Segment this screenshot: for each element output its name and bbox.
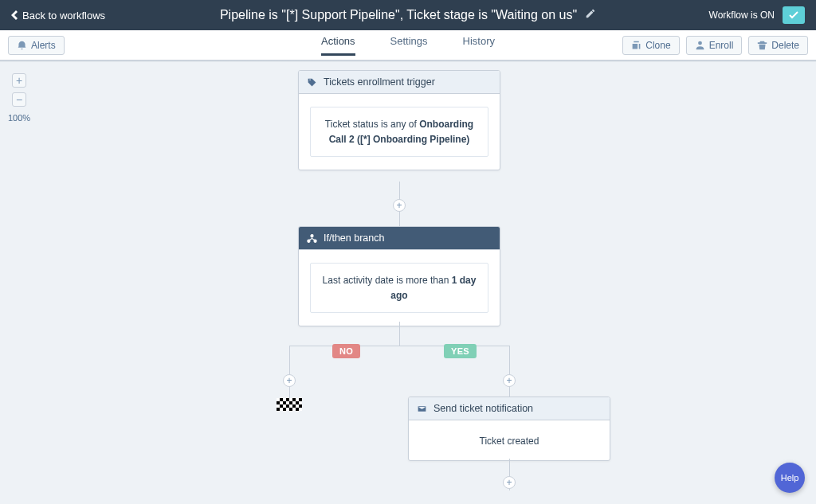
delete-label: Delete — [771, 40, 799, 51]
branch-label-no: NO — [332, 344, 360, 358]
alert-icon — [17, 40, 27, 50]
workflow-status-label: Workflow is ON — [709, 10, 775, 21]
clone-label: Clone — [645, 40, 670, 51]
notification-card-header: Send ticket notification — [409, 397, 610, 420]
secondary-bar: Alerts Actions Settings History Clone En… — [0, 30, 816, 61]
trash-icon — [757, 40, 767, 50]
add-action-yes-button[interactable]: + — [503, 374, 516, 387]
branch-criteria: Last activity date is more than 1 day ag… — [310, 263, 488, 313]
enroll-label: Enroll — [709, 40, 734, 51]
workflow-toggle[interactable] — [783, 6, 805, 24]
notification-card[interactable]: Send ticket notification Ticket created — [408, 397, 610, 461]
branch-icon — [307, 233, 317, 244]
notification-body: Ticket created — [480, 436, 539, 447]
connector-line — [509, 346, 510, 397]
clone-button[interactable]: Clone — [622, 36, 679, 55]
tab-settings[interactable]: Settings — [390, 35, 428, 56]
connector-line — [399, 322, 400, 346]
zoom-controls: + − 100% — [8, 73, 30, 123]
alerts-button[interactable]: Alerts — [8, 36, 65, 55]
zoom-in-button[interactable]: + — [12, 73, 26, 88]
enroll-icon — [695, 40, 705, 50]
notification-header-label: Send ticket notification — [434, 403, 533, 414]
finish-icon — [277, 398, 302, 411]
delete-button[interactable]: Delete — [748, 36, 808, 55]
mail-icon — [417, 404, 427, 414]
trigger-card[interactable]: Tickets enrollment trigger Ticket status… — [298, 70, 500, 170]
trigger-card-header: Tickets enrollment trigger — [299, 71, 500, 94]
branch-card-header: If/then branch — [299, 227, 500, 250]
tab-history[interactable]: History — [463, 35, 495, 56]
alerts-label: Alerts — [31, 40, 56, 51]
tab-actions[interactable]: Actions — [321, 35, 355, 56]
zoom-level: 100% — [8, 113, 30, 123]
add-action-after-notify-button[interactable]: + — [503, 476, 516, 489]
add-action-button[interactable]: + — [393, 199, 406, 212]
workflow-title-wrap: Pipeline is "[*] Support Pipeline", Tick… — [220, 8, 596, 22]
branch-header-label: If/then branch — [324, 232, 384, 244]
workflow-canvas[interactable]: + − 100% Tickets enrollment trigger Tick… — [0, 62, 816, 504]
branch-label-yes: YES — [444, 344, 477, 358]
action-buttons: Clone Enroll Delete — [622, 36, 808, 55]
add-action-no-button[interactable]: + — [283, 374, 296, 387]
tag-icon — [307, 77, 317, 88]
tabs: Actions Settings History — [321, 35, 495, 56]
workflow-status-area: Workflow is ON — [709, 6, 805, 24]
topbar: Back to workflows Pipeline is "[*] Suppo… — [0, 0, 816, 30]
trigger-criteria: Ticket status is any of Onboarding Call … — [310, 107, 488, 157]
zoom-out-button[interactable]: − — [12, 92, 26, 107]
pencil-icon[interactable] — [585, 8, 596, 22]
connector-line — [289, 387, 290, 398]
back-to-workflows-link[interactable]: Back to workflows — [11, 10, 105, 21]
trigger-header-label: Tickets enrollment trigger — [324, 76, 435, 88]
back-label: Back to workflows — [22, 10, 105, 21]
branch-card[interactable]: If/then branch Last activity date is mor… — [298, 226, 500, 326]
clone-icon — [631, 40, 641, 50]
help-button[interactable]: Help — [775, 463, 805, 493]
workflow-title: Pipeline is "[*] Support Pipeline", Tick… — [220, 8, 577, 22]
enroll-button[interactable]: Enroll — [686, 36, 743, 55]
